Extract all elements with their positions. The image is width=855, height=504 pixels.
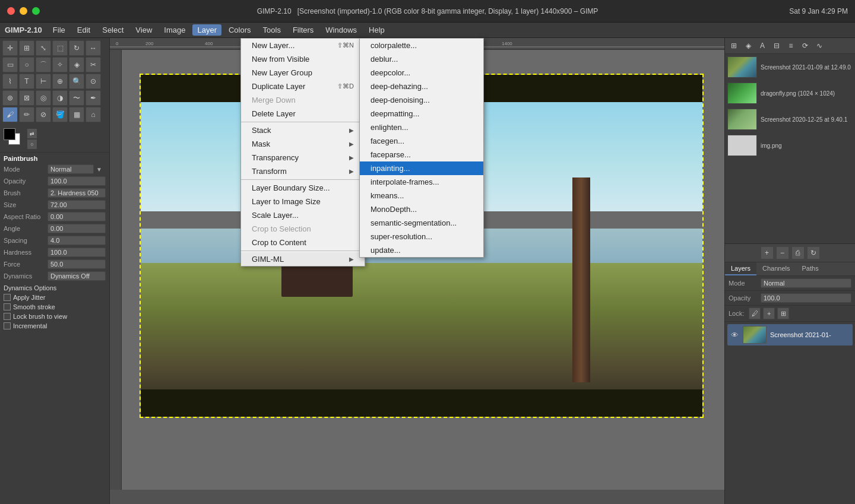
menu-delete-layer[interactable]: Delete Layer — [241, 107, 365, 121]
tool-crop[interactable]: ⬚ — [52, 40, 68, 56]
refresh-btn[interactable]: ↻ — [807, 246, 820, 259]
giml-deep-denoising[interactable]: deep-denoising... — [360, 93, 483, 107]
layer-item-screenshot[interactable]: 👁 Screenshot 2021-01- — [727, 324, 853, 345]
tool-pencil[interactable]: ✏ — [19, 107, 34, 122]
grid-icon[interactable]: ⊟ — [770, 39, 783, 52]
giml-super-resolution[interactable]: super-resolution... — [360, 230, 483, 243]
menu-layer[interactable]: Layer — [192, 24, 221, 36]
tool-select-free[interactable]: ⌒ — [36, 57, 51, 72]
menu-filters[interactable]: Filters — [288, 24, 318, 36]
tool-warp[interactable]: ⌂ — [86, 107, 101, 122]
angle-value[interactable]: 0.00 — [48, 224, 106, 233]
opacity-value[interactable]: 100.0 — [48, 176, 106, 186]
image-item-3[interactable]: Screenshot 2020-12-25 at 9.40.1 — [725, 106, 855, 132]
aspect-value[interactable]: 0.00 — [48, 212, 106, 221]
menu-transparency[interactable]: Transparency ▶ — [241, 151, 365, 164]
menu-edit[interactable]: Edit — [72, 24, 95, 36]
fg-bg-colors[interactable] — [4, 128, 25, 150]
image-item-4[interactable]: img.png — [725, 132, 855, 159]
print-btn[interactable]: ⎙ — [791, 246, 805, 259]
curve-icon[interactable]: ∿ — [813, 39, 826, 52]
tool-zoom[interactable]: 🔍 — [69, 74, 84, 89]
fg-color[interactable] — [4, 128, 15, 140]
hardness-value[interactable]: 100.0 — [48, 248, 106, 257]
tool-clone[interactable]: ⊙ — [86, 74, 101, 89]
tool-paintbrush[interactable]: 🖌 — [2, 107, 18, 122]
swap-colors-button[interactable]: ⇄ — [27, 129, 37, 138]
tool-rotate[interactable]: ↻ — [69, 40, 84, 56]
menu-new-layer[interactable]: New Layer... ⇧⌘N — [241, 39, 365, 52]
giml-inpainting[interactable]: inpainting... — [360, 161, 483, 175]
tool-paths[interactable]: ⌇ — [2, 74, 18, 89]
tool-select-ellipse[interactable]: ○ — [19, 57, 34, 72]
panel-opacity-value[interactable]: 100.0 — [761, 293, 851, 303]
smooth-stroke-checkbox[interactable] — [4, 303, 11, 310]
giml-facegen[interactable]: facegen... — [360, 134, 483, 148]
tool-text[interactable]: T — [19, 74, 34, 89]
tool-select-color[interactable]: ◈ — [69, 57, 84, 72]
giml-deblur[interactable]: deblur... — [360, 52, 483, 66]
giml-monodepth[interactable]: MonoDepth... — [360, 202, 483, 216]
giml-kmeans[interactable]: kmeans... — [360, 189, 483, 202]
tool-scissors[interactable]: ✂ — [86, 57, 101, 72]
menu-windows[interactable]: Windows — [321, 24, 362, 36]
giml-update[interactable]: update... — [360, 243, 483, 257]
menu-new-from-visible[interactable]: New from Visible — [241, 52, 365, 66]
giml-colorpalette[interactable]: colorpalette... — [360, 39, 483, 52]
tool-ink[interactable]: ✒ — [86, 90, 101, 106]
close-button[interactable] — [7, 7, 15, 15]
menu-layer-boundary-size[interactable]: Layer Boundary Size... — [241, 181, 365, 195]
giml-faceparse[interactable]: faceparse... — [360, 148, 483, 161]
giml-enlighten[interactable]: enlighten... — [360, 121, 483, 134]
tab-channels[interactable]: Channels — [756, 262, 796, 275]
lock-position-btn[interactable]: + — [763, 308, 775, 319]
tool-smudge[interactable]: 〜 — [69, 90, 84, 106]
image-view-icon[interactable]: ⊞ — [727, 39, 740, 52]
dynamics-options-label[interactable]: Dynamics Options — [4, 283, 106, 293]
tool-flip[interactable]: ↔ — [86, 40, 101, 56]
tab-paths[interactable]: Paths — [796, 262, 825, 275]
menu-giml-ml[interactable]: GIML-ML ▶ — [241, 252, 365, 266]
incremental-checkbox[interactable] — [4, 322, 11, 329]
giml-deep-dehazing[interactable]: deep-dehazing... — [360, 80, 483, 93]
lock-alpha-btn[interactable]: ⊞ — [777, 308, 789, 319]
giml-deepcolor[interactable]: deepcolor... — [360, 66, 483, 80]
menu-crop-to-content[interactable]: Crop to Content — [241, 236, 365, 249]
tool-dodge-burn[interactable]: ◑ — [52, 90, 68, 106]
giml-deepmatting[interactable]: deepmatting... — [360, 107, 483, 121]
lock-brush-checkbox[interactable] — [4, 313, 11, 320]
size-value[interactable]: 72.00 — [48, 200, 106, 210]
reset-colors-button[interactable]: ○ — [27, 140, 37, 149]
menu-duplicate-layer[interactable]: Duplicate Layer ⇧⌘D — [241, 80, 365, 93]
menu-colors[interactable]: Colors — [224, 24, 256, 36]
tool-select-rect[interactable]: ▭ — [2, 57, 18, 72]
menu-new-layer-group[interactable]: New Layer Group — [241, 66, 365, 80]
spacing-value[interactable]: 4.0 — [48, 236, 106, 245]
force-value[interactable]: 50.0 — [48, 259, 106, 269]
image-item-1[interactable]: Screenshot 2021-01-09 at 12.49.0 — [725, 54, 855, 80]
apply-jitter-checkbox[interactable] — [4, 294, 11, 301]
menu-tools[interactable]: Tools — [258, 24, 286, 36]
tab-layers[interactable]: Layers — [725, 262, 756, 275]
tool-select-fuzzy[interactable]: ✧ — [52, 57, 68, 72]
panel-mode-select[interactable]: Normal — [761, 278, 851, 288]
maximize-button[interactable] — [32, 7, 40, 15]
new-layer-btn[interactable]: + — [761, 246, 774, 259]
dynamics-value[interactable]: Dynamics Off — [48, 271, 106, 281]
mode-select[interactable]: Normal — [48, 164, 94, 174]
image-item-2[interactable]: dragonfly.png (1024 × 1024) — [725, 80, 855, 106]
tool-bucket[interactable]: 🪣 — [52, 107, 68, 122]
menu-transform[interactable]: Transform ▶ — [241, 164, 365, 178]
menu-help[interactable]: Help — [364, 24, 390, 36]
color-mode-icon[interactable]: ◈ — [742, 39, 755, 52]
layer-visibility-eye[interactable]: 👁 — [730, 330, 739, 340]
menu-scale-layer[interactable]: Scale Layer... — [241, 208, 365, 222]
brush-value[interactable]: 2. Hardness 050 — [48, 188, 106, 198]
tool-heal[interactable]: ⊛ — [2, 90, 18, 106]
tool-eraser[interactable]: ⊘ — [36, 107, 51, 122]
tool-gradient[interactable]: ▦ — [69, 107, 84, 122]
giml-interpolate-frames[interactable]: interpolate-frames... — [360, 175, 483, 189]
menu-view[interactable]: View — [131, 24, 157, 36]
menu-select[interactable]: Select — [97, 24, 128, 36]
minimize-button[interactable] — [20, 7, 27, 15]
